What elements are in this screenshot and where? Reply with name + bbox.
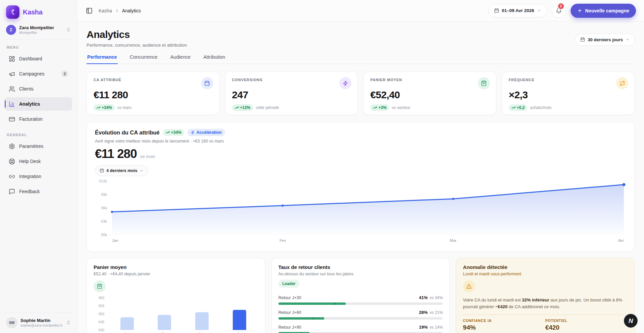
retention-benchmark: vs 14% xyxy=(430,325,443,330)
sidebar-item-label: Dashboard xyxy=(19,56,42,61)
page-title: Analytics xyxy=(87,29,187,40)
sidebar-item-dashboard[interactable]: Dashboard xyxy=(5,52,72,65)
zap-icon xyxy=(191,130,195,134)
basket-bar-chart: €60€55€50€45€40 xyxy=(94,298,258,330)
kpi-card-conversions: CONVERSIONS 247 +12% cette période xyxy=(225,71,358,115)
tab-audience[interactable]: Audience xyxy=(170,53,191,64)
sidebar-item-label: Clients xyxy=(19,86,34,92)
retention-value: 28% xyxy=(419,310,428,315)
sidebar: Kasha Z Zara Montpellier Montpellier MEN… xyxy=(0,0,77,333)
kpi-caption: cette période xyxy=(256,105,279,110)
sidebar-item-feedback[interactable]: Feedback xyxy=(5,185,72,198)
kpi-delta-badge: +12% xyxy=(232,104,253,111)
divider xyxy=(463,315,628,315)
sidebar-item-help-desk[interactable]: Help Desk xyxy=(5,155,72,168)
sidebar-item-integration[interactable]: Integration xyxy=(5,170,72,183)
plus-icon xyxy=(577,8,582,13)
retention-row: Retour J+30 41% vs 34% xyxy=(278,295,443,305)
sidebar-item-facturation[interactable]: Facturation xyxy=(5,112,72,126)
basket-y-axis: €60€55€50€45€40 xyxy=(94,298,105,330)
breadcrumb-root[interactable]: Kasha xyxy=(99,8,112,13)
kpi-caption: vs mars xyxy=(117,105,131,110)
chevron-down-icon xyxy=(140,169,144,173)
revenue-x-axis: JanFevMarAvr xyxy=(110,238,626,244)
account-avatar: SM xyxy=(6,317,17,328)
x-tick-label: Fev xyxy=(279,238,286,242)
brand-logo[interactable]: Kasha xyxy=(5,5,72,19)
account-email: sophie@zara-montpellier.fr xyxy=(20,323,63,327)
retention-progress-track xyxy=(278,302,443,305)
basket-bars xyxy=(108,298,258,330)
tab-attribution[interactable]: Attribution xyxy=(203,53,226,64)
notifications-button[interactable]: 3 xyxy=(552,4,566,18)
x-tick-label: Avr xyxy=(618,238,624,242)
retention-label: Retour J+60 xyxy=(278,310,301,315)
kpi-value: 247 xyxy=(232,89,351,101)
sidebar-item-campagnes[interactable]: Campagnes 2 xyxy=(5,67,72,80)
retention-subtitle: Au-dessus du secteur sur tous les jalons xyxy=(278,272,443,276)
leader-badge: Leader xyxy=(278,280,300,288)
credit-card-icon xyxy=(9,116,15,122)
sidebar-item-analytics[interactable]: Analytics xyxy=(5,97,72,111)
nextjs-badge[interactable]: N xyxy=(624,314,638,328)
life-buoy-icon xyxy=(9,158,15,165)
anomaly-subtitle: Lundi et mardi sous-performent xyxy=(463,272,628,276)
kpi-value: €52,40 xyxy=(370,89,489,101)
retention-fill xyxy=(278,302,346,305)
kpi-card-panier-moyen: PANIER MOYEN €52,40 +3% vs secteur xyxy=(363,71,496,115)
basket-bar xyxy=(195,312,209,330)
sidebar-item-label: Analytics xyxy=(19,101,40,107)
sidebar-item-clients[interactable]: Clients xyxy=(5,82,72,96)
y-tick-label: €12k xyxy=(99,179,107,183)
chevrons-up-down-icon xyxy=(66,27,71,32)
calendar-icon xyxy=(494,8,499,13)
tab-performance[interactable]: Performance xyxy=(87,53,118,64)
menu-section-label: MENU xyxy=(7,45,70,49)
brand-name: Kasha xyxy=(23,8,43,16)
retention-row: Retour J+90 19% vs 14% xyxy=(278,325,443,333)
bar-chart-icon xyxy=(9,101,15,107)
wallet-icon xyxy=(201,77,213,89)
y-tick-label: €60 xyxy=(98,296,104,300)
retention-fill xyxy=(278,317,324,320)
shopping-bag-icon xyxy=(478,77,490,89)
tab-concurrence[interactable]: Concurrence xyxy=(129,53,158,64)
period-selector-label: 30 derniers jours xyxy=(588,37,623,42)
chevron-down-icon xyxy=(626,38,630,42)
confidence-label: CONFIANCE IA xyxy=(463,319,545,323)
chevron-down-icon xyxy=(537,8,541,13)
retention-label: Retour J+30 xyxy=(278,295,301,300)
retention-row: Retour J+60 28% vs 21% xyxy=(278,310,443,320)
account-name: Sophie Martin xyxy=(20,318,63,324)
general-section-label: GENERAL xyxy=(7,133,70,137)
y-tick-label: €40 xyxy=(98,328,104,332)
campagnes-count-badge: 2 xyxy=(61,70,68,77)
sidebar-item-label: Integration xyxy=(19,174,41,179)
retention-card: Taux de retour clients Au-dessus du sect… xyxy=(271,258,450,333)
trending-up-icon xyxy=(373,106,377,110)
revenue-big-value: €11 280 xyxy=(95,147,137,161)
workspace-name: Zara Montpellier xyxy=(19,25,63,31)
revenue-card-title: Évolution du CA attribué xyxy=(95,129,160,136)
kpi-card-frequence: FRÉQUENCE ×2,3 +0,2 achats/mois xyxy=(502,71,635,115)
kpi-value: ×2,3 xyxy=(509,89,628,101)
alert-triangle-icon xyxy=(463,280,475,292)
x-tick-label: Mar xyxy=(450,238,457,242)
revenue-period-selector[interactable]: 4 derniers mois xyxy=(95,165,148,176)
acceleration-badge: Accélération xyxy=(187,129,225,136)
anomaly-title: Anomalie détectée xyxy=(463,264,628,270)
account-menu[interactable]: SM Sophie Martin sophie@zara-montpellier… xyxy=(5,313,72,329)
date-range-picker[interactable]: 01–09 Avr 2026 xyxy=(488,4,547,17)
basket-bar xyxy=(120,317,134,330)
retention-progress-track xyxy=(278,317,443,320)
workspace-switcher[interactable]: Z Zara Montpellier Montpellier xyxy=(5,25,72,40)
sidebar-item-parametres[interactable]: Paramètres xyxy=(5,140,72,153)
sidebar-toggle-button[interactable] xyxy=(85,6,94,15)
basket-bar xyxy=(158,315,171,330)
basket-card: Panier moyen €52,40 · +€4,40 depuis janv… xyxy=(87,258,265,333)
date-range-label: 01–09 Avr 2026 xyxy=(502,8,534,13)
period-selector[interactable]: 30 derniers jours xyxy=(575,34,635,46)
workspace-avatar: Z xyxy=(6,25,16,35)
kpi-caption: vs secteur xyxy=(392,105,410,110)
new-campaign-button[interactable]: Nouvelle campagne xyxy=(571,4,636,18)
